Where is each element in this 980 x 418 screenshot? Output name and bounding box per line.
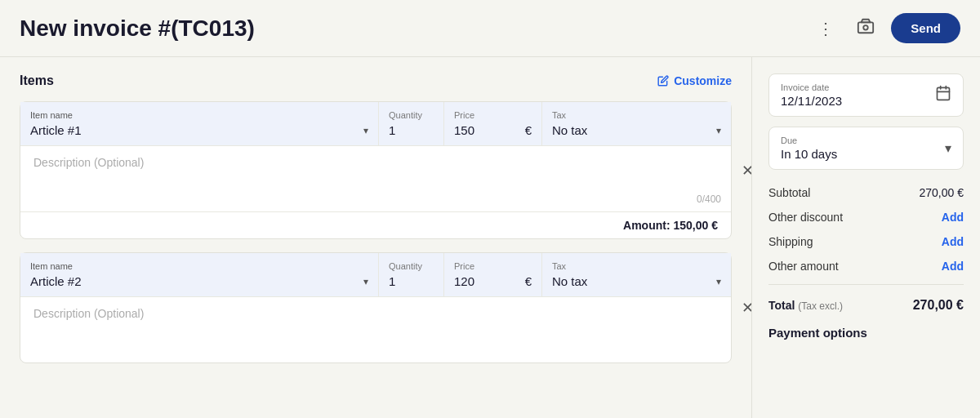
item-2-description-placeholder: Description (Optional) <box>33 307 144 320</box>
item-1-tax-value: No tax <box>552 123 587 137</box>
camera-icon-button[interactable] <box>850 14 881 42</box>
edit-icon <box>657 75 669 87</box>
item-1-name-chevron: ▾ <box>363 125 368 136</box>
item-1-quantity-value: 1 <box>389 123 434 137</box>
item-2-price-inner: 120 € <box>454 274 532 288</box>
other-discount-label: Other discount <box>768 211 843 224</box>
customize-button[interactable]: Customize <box>657 74 732 87</box>
invoice-date-field[interactable]: Invoice date 12/11/2023 <box>768 73 964 117</box>
item-1-amount-value: Amount: 150,00 € <box>623 219 718 232</box>
item-1-close-button[interactable]: ✕ <box>742 162 751 180</box>
item-1-description-area[interactable]: Description (Optional) 0/400 <box>20 146 731 211</box>
item-1-name-value: Article #1 <box>30 123 82 137</box>
total-label: Total (Tax excl.) <box>768 299 843 312</box>
item-1-quantity-label: Quantity <box>389 110 434 120</box>
item-1-tax-inner: No tax ▾ <box>552 123 721 137</box>
customize-label: Customize <box>674 74 732 87</box>
svg-point-1 <box>864 25 869 30</box>
item-1-tax-label: Tax <box>552 110 721 120</box>
total-row: Total (Tax excl.) 270,00 € <box>768 295 964 313</box>
item-2-tax-label: Tax <box>552 261 721 271</box>
due-chevron-icon: ▾ <box>945 140 951 156</box>
page-title: New invoice #(TC013) <box>20 16 255 42</box>
shipping-row: Shipping Add <box>768 235 964 248</box>
item-1-name-field[interactable]: Item name Article #1 ▾ <box>20 102 379 145</box>
item-2-name-field[interactable]: Item name Article #2 ▾ <box>20 253 379 296</box>
send-button[interactable]: Send <box>891 13 960 43</box>
item-card-1: Item name Article #1 ▾ Quantity 1 Price … <box>20 101 732 239</box>
invoice-date-content: Invoice date 12/11/2023 <box>781 82 842 108</box>
calendar-icon <box>935 85 951 105</box>
right-panel: Invoice date 12/11/2023 Due In 10 days ▾ <box>751 57 980 418</box>
item-1-amount-row: Amount: 150,00 € <box>20 211 731 238</box>
subtotal-row: Subtotal 270,00 € <box>768 186 964 199</box>
subtotal-label: Subtotal <box>768 186 810 199</box>
left-panel: Items Customize Item name Article #1 ▾ <box>0 57 751 418</box>
item-1-price-currency: € <box>525 123 532 137</box>
item-1-tax-chevron: ▾ <box>716 125 721 136</box>
total-value: 270,00 € <box>913 298 964 313</box>
invoice-date-label: Invoice date <box>781 82 842 92</box>
item-1-price-label: Price <box>454 110 532 120</box>
item-2-name-label: Item name <box>30 261 368 271</box>
header-actions: ⋮ Send <box>811 13 960 43</box>
page-header: New invoice #(TC013) ⋮ Send <box>0 0 980 57</box>
svg-rect-2 <box>938 87 950 100</box>
item-2-quantity-value: 1 <box>389 274 434 288</box>
item-1-price-field[interactable]: Price 150 € <box>444 102 542 145</box>
other-amount-row: Other amount Add <box>768 260 964 273</box>
invoice-date-value: 12/11/2023 <box>781 94 842 108</box>
item-1-char-count: 0/400 <box>697 193 721 205</box>
due-field[interactable]: Due In 10 days ▾ <box>768 127 964 170</box>
item-1-name-label: Item name <box>30 110 368 120</box>
shipping-label: Shipping <box>768 235 813 248</box>
item-1-description-placeholder: Description (Optional) <box>33 156 144 169</box>
item-2-tax-field[interactable]: Tax No tax ▾ <box>542 253 731 296</box>
item-1-price-inner: 150 € <box>454 123 532 137</box>
other-discount-row: Other discount Add <box>768 211 964 224</box>
item-2-price-value: 120 <box>454 274 474 288</box>
total-divider <box>768 284 964 285</box>
items-section-title: Items <box>20 73 54 88</box>
item-2-tax-value: No tax <box>552 274 587 288</box>
item-2-row: Item name Article #2 ▾ Quantity 1 Price … <box>20 253 731 297</box>
item-2-quantity-label: Quantity <box>389 261 434 271</box>
other-amount-add-button[interactable]: Add <box>942 260 964 273</box>
total-tax-label: (Tax excl.) <box>798 300 843 312</box>
more-options-button[interactable]: ⋮ <box>811 16 840 42</box>
main-layout: Items Customize Item name Article #1 ▾ <box>0 57 980 418</box>
payment-options-title: Payment options <box>768 326 964 340</box>
item-2-tax-inner: No tax ▾ <box>552 274 721 288</box>
item-2-price-currency: € <box>525 274 532 288</box>
item-2-price-field[interactable]: Price 120 € <box>444 253 542 296</box>
item-2-quantity-field[interactable]: Quantity 1 <box>379 253 444 296</box>
svg-rect-0 <box>858 22 873 33</box>
total-label-text: Total <box>768 299 795 312</box>
item-1-tax-field[interactable]: Tax No tax ▾ <box>542 102 731 145</box>
items-section-header: Items Customize <box>20 73 732 88</box>
item-2-description-area[interactable]: Description (Optional) <box>20 297 731 362</box>
other-amount-label: Other amount <box>768 260 839 273</box>
item-2-price-label: Price <box>454 261 532 271</box>
item-2-name-chevron: ▾ <box>363 276 368 287</box>
item-2-tax-chevron: ▾ <box>716 276 721 287</box>
due-content: Due In 10 days <box>781 136 837 161</box>
item-1-quantity-field[interactable]: Quantity 1 <box>379 102 444 145</box>
due-value: In 10 days <box>781 147 837 161</box>
other-discount-add-button[interactable]: Add <box>942 211 964 224</box>
item-1-row: Item name Article #1 ▾ Quantity 1 Price … <box>20 102 731 146</box>
due-label: Due <box>781 136 837 145</box>
item-2-name-inner: Article #2 ▾ <box>30 274 368 288</box>
item-card-2: Item name Article #2 ▾ Quantity 1 Price … <box>20 252 732 363</box>
item-2-close-button[interactable]: ✕ <box>742 299 751 317</box>
shipping-add-button[interactable]: Add <box>942 235 964 248</box>
subtotal-value: 270,00 € <box>920 186 964 199</box>
item-1-price-value: 150 <box>454 123 474 137</box>
item-1-name-inner: Article #1 ▾ <box>30 123 368 137</box>
item-2-name-value: Article #2 <box>30 274 82 288</box>
